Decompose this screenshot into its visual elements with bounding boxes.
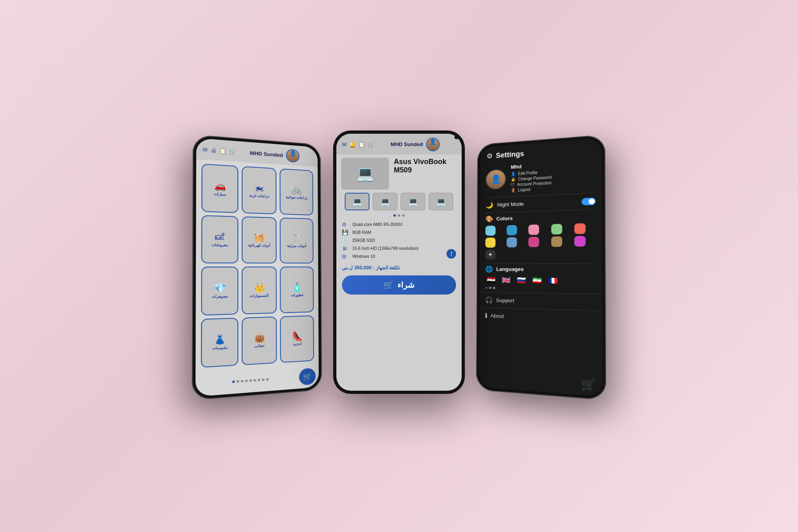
edit-profile-label: Edit Profile	[518, 170, 537, 176]
color-swatch-6[interactable]	[485, 237, 496, 248]
spec-cpu-text: Quad-core AMD R5-3500U	[352, 222, 403, 227]
edit-profile-icon: 👤	[511, 172, 516, 176]
spec-ram: 💾 8GB RAM	[342, 229, 456, 235]
flag-russia[interactable]: 🇷🇺	[515, 276, 527, 285]
thumbnail-3[interactable]: 💻	[401, 193, 425, 210]
print-icon[interactable]: 🖨	[210, 146, 216, 153]
settings-title: Settings	[496, 149, 524, 159]
color-swatch-8[interactable]	[529, 237, 539, 247]
jewelry-label: مجوهرات	[212, 294, 228, 299]
flag-iran[interactable]: 🇮🇷	[531, 276, 543, 285]
cart-button[interactable]: 🛒	[299, 368, 316, 385]
spec-os-text: Windows 10	[352, 254, 375, 259]
dot-6	[254, 379, 256, 382]
lang-dot-3	[493, 287, 495, 289]
center-mail-icon[interactable]: ✉	[342, 141, 347, 148]
center-phone-screen: ✉ 🔔 📋 🛒 MHD Sunded 👤 💻	[336, 134, 462, 391]
about-label: About	[490, 312, 504, 319]
cart-icon[interactable]: 🛒	[229, 148, 236, 155]
carousel-dots	[336, 213, 462, 218]
category-item-furniture[interactable]: 🛋 مفروشات	[201, 215, 238, 263]
flag-france[interactable]: 🇫🇷	[547, 276, 559, 285]
jewelry-icon: 💎	[214, 283, 226, 293]
center-cart-icon[interactable]: 🛒	[367, 141, 374, 148]
category-item-motorcycle[interactable]: 🏍 دراجات نارية	[241, 166, 277, 214]
carousel-dot-3	[402, 214, 405, 217]
center-bell-icon[interactable]: 🔔	[349, 141, 356, 148]
clipboard-icon[interactable]: 📋	[219, 147, 226, 154]
color-swatch-7[interactable]	[507, 237, 517, 247]
thumbnail-4[interactable]: 💻	[429, 193, 453, 210]
shoes-icon: 👠	[292, 332, 302, 341]
specs-list: ⚙ Quad-core AMD R5-3500U 💾 8GB RAM 💿 256…	[336, 218, 462, 263]
category-item-electrical[interactable]: 🧺 أدوات كهربائية	[241, 216, 277, 263]
thumbnail-1[interactable]: 💻	[345, 193, 369, 210]
color-swatch-5[interactable]	[574, 223, 585, 234]
price-row: تكلفة الجهاز : 350.000 ل.س	[336, 263, 462, 273]
night-mode-toggle[interactable]	[582, 197, 596, 205]
flag-uk[interactable]: 🇬🇧	[500, 276, 512, 285]
support-label: Support	[496, 297, 514, 304]
color-swatch-3[interactable]	[529, 224, 539, 235]
shield-icon: 🛡	[511, 182, 515, 187]
shoes-label: أحذية	[293, 342, 302, 346]
dot-1	[232, 380, 235, 383]
color-add-button[interactable]: +	[485, 249, 496, 259]
product-main-image: 💻	[341, 158, 389, 190]
left-avatar: 👤	[286, 148, 300, 162]
logout-label: Logout	[518, 187, 530, 192]
bicycle-icon: 🚲	[291, 185, 302, 194]
color-swatch-4[interactable]	[551, 223, 562, 234]
furniture-label: مفروشات	[211, 243, 228, 247]
dot-7	[258, 378, 260, 381]
price-text: تكلفة الجهاز : 350.000 ل.س	[342, 265, 400, 271]
color-swatch-1[interactable]	[485, 225, 496, 236]
buy-button[interactable]: شراء 🛒	[342, 275, 456, 295]
center-clipboard-icon[interactable]: 📋	[358, 141, 365, 148]
color-swatch-2[interactable]	[507, 225, 517, 235]
account-protection-item[interactable]: 🛡 Account Protection	[511, 180, 551, 187]
cpu-icon: ⚙	[342, 222, 349, 227]
center-avatar: 👤	[426, 138, 440, 151]
flag-syria[interactable]: 🇸🇾	[485, 276, 497, 285]
category-item-car[interactable]: 🚗 سيارات	[201, 163, 238, 212]
left-avatar-img: 👤	[287, 149, 299, 162]
lock-icon: 🔒	[511, 177, 516, 181]
motorcycle-icon: 🏍	[255, 183, 264, 192]
left-phone: ✉ 🖨 📋 🛒 MHD Sunded 👤 🚲	[192, 134, 322, 400]
category-item-clothes[interactable]: 👗 ملبوسات	[201, 317, 238, 368]
mail-icon[interactable]: ✉	[202, 146, 207, 153]
lang-dot-2	[489, 287, 492, 289]
category-item-perfumes[interactable]: 🧴 عطورات	[280, 266, 314, 312]
more-button[interactable]: ⋮	[446, 249, 456, 259]
dot-4	[245, 380, 247, 382]
about-icon: ℹ	[485, 312, 487, 319]
footer-cart-icon: 🛒	[581, 377, 596, 392]
color-swatch-10[interactable]	[574, 236, 585, 247]
center-phone: ✉ 🔔 📋 🛒 MHD Sunded 👤 💻	[333, 131, 465, 394]
category-item-bicycle[interactable]: 🚲 دراجات هوائية	[280, 168, 313, 215]
change-password-item[interactable]: 🔒 Change Password	[511, 175, 551, 181]
category-item-shoes[interactable]: 👠 أحذية	[280, 315, 314, 363]
colors-grid: +	[485, 223, 596, 259]
account-protection-label: Account Protection	[517, 180, 551, 186]
spec-cpu: ⚙ Quad-core AMD R5-3500U	[342, 222, 456, 227]
about-row[interactable]: ℹ About	[480, 307, 602, 327]
electrical-icon: 🧺	[254, 233, 265, 242]
accessories-label: اكسسوارات	[250, 293, 269, 298]
color-swatch-9[interactable]	[551, 236, 562, 247]
category-item-jewelry[interactable]: 💎 مجوهرات	[201, 267, 238, 315]
category-item-bags[interactable]: 👜 حقائب	[241, 316, 277, 365]
spec-screen-text: 15.6 Inch HD (1366x768 resolution)	[352, 246, 419, 251]
page-dots	[199, 376, 299, 386]
center-avatar-img: 👤	[427, 138, 439, 150]
kitchen-label: أدوات منزلية	[287, 244, 306, 248]
product-title: Asus VivoBook M509	[394, 158, 457, 174]
logout-item[interactable]: 🚪 Logout	[511, 186, 552, 192]
category-item-kitchen[interactable]: 🍴 أدوات منزلية	[280, 217, 313, 263]
thumbnail-2[interactable]: 💻	[373, 193, 397, 210]
category-item-accessories[interactable]: 👑 اكسسوارات	[241, 266, 277, 314]
center-header-user: MHD Sunded 👤	[374, 138, 456, 151]
buy-label: شراء	[397, 280, 415, 290]
dot-8	[262, 378, 265, 381]
